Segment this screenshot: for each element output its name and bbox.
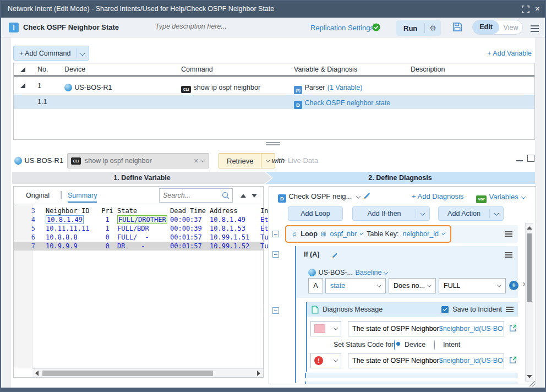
condition-variable-select[interactable]: state xyxy=(325,278,386,293)
scroll-left-icon[interactable] xyxy=(35,371,39,376)
message-input[interactable]: The state of OSPF Neighbor $neighbor_id(… xyxy=(348,321,504,336)
next-block-partial xyxy=(305,373,518,378)
line-number: 6 xyxy=(14,233,39,242)
output-line[interactable]: 4 10.8.1.49 1 FULL/DROTHER 00:00:37 10.8… xyxy=(14,215,263,224)
collapse-if-icon[interactable] xyxy=(272,251,279,258)
add-diagnosis-link[interactable]: + Add Diagnosis xyxy=(412,192,463,200)
col-state: State xyxy=(117,206,170,215)
device-name: US-BOS-R1 xyxy=(24,156,63,165)
find-previous-icon[interactable] xyxy=(241,194,246,198)
output-line-selected[interactable]: 7 10.9.9.9 0 DR - 00:01:57 10.99.1.52 Tu… xyxy=(14,242,263,251)
add-command-label: + Add Command xyxy=(14,50,76,57)
diagnosis-link[interactable]: Check OSPF neighbor state xyxy=(304,99,390,107)
output-line[interactable]: 5 10.11.11.11 1 FULL/BDR 00:00:39 10.8.1… xyxy=(14,224,263,233)
add-command-button[interactable]: + Add Command xyxy=(13,46,89,61)
close-icon[interactable]: × xyxy=(535,4,540,13)
tab-original[interactable]: Original xyxy=(26,192,50,199)
selected-variable-value[interactable]: 10.8.1.49 xyxy=(46,215,84,224)
add-command-chevron-icon[interactable] xyxy=(77,48,89,58)
add-action-button[interactable]: Add Action xyxy=(438,206,504,221)
search-icon[interactable] xyxy=(221,191,230,200)
highlighted-state-value[interactable]: FULL/DROTHER xyxy=(117,215,167,224)
run-settings-gear-icon[interactable]: ⚙ xyxy=(425,24,441,32)
edit-toggle[interactable]: Edit xyxy=(473,20,499,34)
splitter-handle[interactable] xyxy=(266,142,280,145)
collapse-message-icon[interactable] xyxy=(272,307,279,314)
description-input[interactable] xyxy=(155,23,265,30)
retrieve-button[interactable]: Retrieve xyxy=(219,157,261,165)
severity-color-select[interactable] xyxy=(310,321,341,336)
edit-diagnosis-pencil-icon[interactable] xyxy=(362,192,370,200)
variables-menu[interactable]: Variables xyxy=(489,193,518,201)
command-dropdown-icon[interactable] xyxy=(200,157,205,162)
save-icon[interactable] xyxy=(452,22,462,32)
device-radio-label: Device xyxy=(405,341,425,349)
add-condition-icon[interactable]: + xyxy=(509,281,518,290)
parser-label[interactable]: Parser xyxy=(304,84,325,91)
table-key-label: Table Key: xyxy=(367,230,398,238)
maximize-icon[interactable] xyxy=(522,6,529,13)
address-value: 10.8.1.53 xyxy=(210,224,260,233)
expand-message-icon[interactable] xyxy=(509,324,517,333)
intent-badge-icon: I xyxy=(9,23,19,32)
table-key-chevron-icon[interactable] xyxy=(441,231,445,235)
add-action-chevron-icon[interactable] xyxy=(490,210,503,217)
horizontal-scrollbar[interactable] xyxy=(32,368,263,377)
title-bar: Network Intent (Edit Mode) - Shared Inte… xyxy=(1,1,545,18)
scroll-right-icon[interactable] xyxy=(257,371,260,376)
baseline-select[interactable]: Baseline xyxy=(355,269,381,276)
resize-grip[interactable] xyxy=(529,381,535,386)
find-next-icon[interactable] xyxy=(252,194,257,198)
critical-status-icon: ! xyxy=(314,356,323,365)
command-input[interactable]: CLI show ip ospf neighbor ✕ xyxy=(67,153,209,168)
scrollbar-thumb[interactable] xyxy=(527,233,532,302)
add-if-then-button[interactable]: Add If-then xyxy=(352,206,430,221)
table-row-selected[interactable]: 1.1 D Check OSPF neighbor state xyxy=(14,95,534,109)
scroll-down-icon[interactable] xyxy=(527,375,532,378)
add-if-then-chevron-icon[interactable] xyxy=(416,210,429,217)
intent-header: I Check OSPF Neighbor State Replication … xyxy=(1,18,545,37)
loop-table-select[interactable]: ospf_nbr xyxy=(330,230,357,238)
if-menu-icon[interactable] xyxy=(505,251,512,259)
collapse-all-icon[interactable] xyxy=(20,67,25,72)
variable-tabs: Original | Summary xyxy=(14,187,263,204)
menu-icon[interactable] xyxy=(531,24,539,34)
add-loop-button[interactable]: Add Loop xyxy=(288,206,343,221)
condition-operator-select[interactable]: Does no... xyxy=(389,278,436,293)
expand-status-message-icon[interactable] xyxy=(509,356,517,364)
restore-section-icon[interactable] xyxy=(527,155,534,162)
device-radio[interactable] xyxy=(394,340,395,350)
baseline-chevron-icon[interactable] xyxy=(384,270,388,274)
row-expand-icon[interactable] xyxy=(20,83,25,88)
clear-command-icon[interactable]: ✕ xyxy=(192,157,201,165)
window-bottom-border xyxy=(1,388,545,391)
message-menu-icon[interactable] xyxy=(506,306,514,313)
save-to-incident-checkbox[interactable] xyxy=(441,306,449,313)
status-message-input[interactable]: The state of OSPF Neighbor $neighbor_id(… xyxy=(348,353,504,368)
variables-chevron-icon[interactable] xyxy=(521,194,526,199)
add-variable-link[interactable]: + Add Variable xyxy=(487,50,532,57)
edit-if-pencil-icon[interactable] xyxy=(330,251,338,259)
run-button[interactable]: Run xyxy=(396,24,424,32)
diagnosis-selector[interactable]: Check OSPF neig... xyxy=(288,192,352,200)
minimize-section-icon[interactable] xyxy=(516,160,523,161)
loop-table-chevron-icon[interactable] xyxy=(360,231,364,235)
output-line[interactable]: 6 10.8.8.8 0 FULL/ - 00:01:57 10.99.1.51… xyxy=(14,233,263,242)
table-row[interactable]: 1 US-BOS-R1 CLI show ip ospf neighbor (x… xyxy=(14,78,534,94)
collapse-loop-icon[interactable] xyxy=(272,231,279,237)
status-code-select[interactable]: ! xyxy=(310,353,341,368)
scrollbar-thumb[interactable] xyxy=(42,371,213,376)
replication-settings-link[interactable]: Replication Settings xyxy=(310,24,374,32)
diagnosis-selector-chevron-icon[interactable] xyxy=(356,194,361,198)
tab-summary[interactable]: Summary xyxy=(68,192,97,203)
condition-value-select[interactable]: FULL xyxy=(439,278,506,293)
table-key-select[interactable]: neighbor_id xyxy=(403,230,439,238)
vertical-scrollbar[interactable] xyxy=(525,223,533,382)
view-toggle[interactable]: View xyxy=(499,24,522,31)
search-input[interactable] xyxy=(160,192,221,199)
intent-radio[interactable] xyxy=(434,340,435,350)
loop-row[interactable]: Loop ospf_nbr Table Key: neighbor_id xyxy=(285,225,518,243)
scroll-up-icon[interactable] xyxy=(527,226,532,230)
loop-menu-icon[interactable] xyxy=(505,230,512,238)
parser-variable-count[interactable]: (1 Variable) xyxy=(327,84,363,91)
